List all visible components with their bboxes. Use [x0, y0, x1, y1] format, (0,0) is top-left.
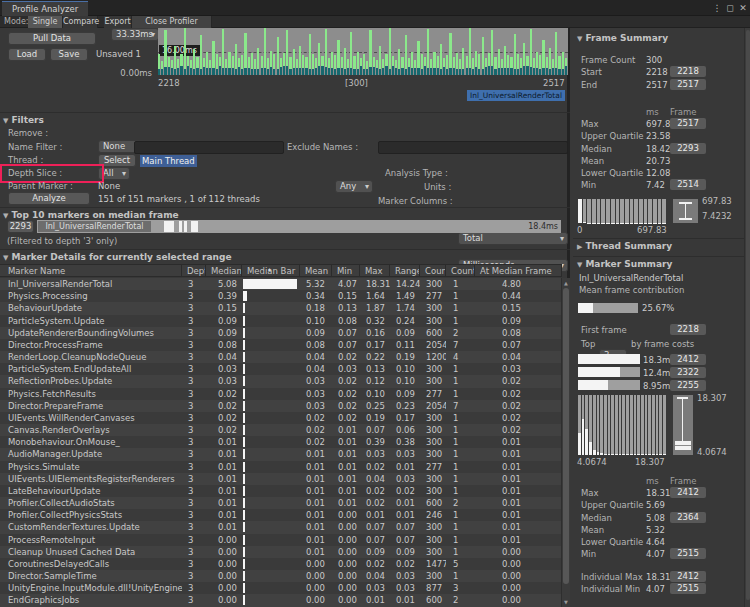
frame-jump-button[interactable]: 2517	[670, 118, 706, 129]
thread-summary-header[interactable]: ▶Thread Summary	[577, 241, 672, 251]
table-row[interactable]: CoroutinesDelayedCalls30.000.000.000.020…	[0, 558, 562, 570]
table-row[interactable]: RenderLoop.CleanupNodeQueue30.040.040.02…	[0, 351, 562, 363]
stat-row: Individual Min4.072515	[573, 583, 743, 595]
table-row[interactable]: ParticleSystem.EndUpdateAll30.030.040.03…	[0, 363, 562, 375]
load-button[interactable]: Load	[8, 48, 46, 61]
col-max[interactable]: Max	[360, 265, 390, 276]
table-row[interactable]: Profiler.CollectPhysicsStats30.010.010.0…	[0, 509, 562, 521]
table-row[interactable]: Director.PrepareFrame30.020.030.020.250.…	[0, 400, 562, 412]
col-median-bar[interactable]: ▴Median Bar	[242, 265, 300, 276]
table-row[interactable]: Cleanup Unused Cached Data30.000.010.000…	[0, 546, 562, 558]
window-close-icon[interactable]: ✕	[736, 0, 750, 16]
table-row[interactable]: ProcessRemoteInput30.000.010.000.070.073…	[0, 534, 562, 546]
analyze-button[interactable]: Analyze	[8, 192, 90, 205]
col-at-median-frame[interactable]: At Median Frame	[475, 265, 562, 276]
table-row[interactable]: Physics.Simulate30.010.010.010.020.01277…	[0, 461, 562, 473]
window-menu-icon[interactable]: ⋮	[710, 0, 724, 16]
right-panel-scrollbar[interactable]	[744, 28, 750, 607]
table-row[interactable]: UIEvents.WillRenderCanvases30.020.020.02…	[0, 412, 562, 424]
col-count-frame[interactable]: Count Frame	[446, 265, 475, 276]
top10-marker-segment[interactable]: Inl_UniversalRenderTotal	[38, 221, 151, 232]
first-frame-button[interactable]: 2218	[670, 324, 706, 335]
export-button[interactable]: Export	[104, 16, 132, 28]
mode-compare-button[interactable]: Compare	[63, 16, 98, 28]
col-min[interactable]: Min	[332, 265, 360, 276]
scroll-down-icon[interactable]: ▼	[562, 599, 570, 605]
top10-header[interactable]: ▼Top 10 markers on median frame	[3, 210, 179, 220]
table-row[interactable]: CustomRenderTextures.Update30.010.010.00…	[0, 521, 562, 533]
col-range[interactable]: Range	[390, 265, 420, 276]
window-maximize-icon[interactable]: ◻	[723, 0, 737, 16]
table-row[interactable]: Physics.Processing30.390.340.151.641.492…	[0, 290, 562, 302]
selected-marker-badge[interactable]: Inl_UniversalRenderTotal	[467, 90, 565, 101]
pull-data-button[interactable]: Pull Data	[8, 32, 96, 45]
cell: 0.04	[300, 351, 332, 363]
table-row[interactable]: EndGraphicsJobs30.000.000.000.010.016002…	[0, 594, 562, 606]
table-row[interactable]: Monobehaviour.OnMouse_30.010.020.010.390…	[0, 436, 562, 448]
frame-jump-button[interactable]: 2364	[670, 512, 706, 523]
table-row[interactable]: Director.SampleTime30.000.000.000.040.03…	[0, 570, 562, 582]
marker-summary-header[interactable]: ▼Marker Summary	[577, 259, 672, 269]
frame-jump-button[interactable]: 2515	[670, 548, 706, 559]
table-row[interactable]: Canvas.RenderOverlays30.020.020.010.070.…	[0, 424, 562, 436]
median-bar-cell	[242, 582, 300, 594]
table-row[interactable]: LateBehaviourUpdate30.010.010.010.020.02…	[0, 485, 562, 497]
table-row[interactable]: Inl_UniversalRenderTotal35.085.324.0718.…	[0, 278, 562, 290]
cell: 246	[420, 509, 446, 521]
table-row[interactable]: UnityEngine.InputModule.dll!UnityEngineI…	[0, 582, 562, 594]
top-frame-row: 12.4ms2322	[573, 367, 743, 380]
frame-jump-button[interactable]: 2412	[670, 487, 706, 498]
exclude-mode-dropdown[interactable]: Any	[335, 180, 373, 193]
table-row[interactable]: BehaviourUpdate30.150.180.131.871.743001…	[0, 302, 562, 314]
frame-time-chart[interactable]: 16.00ms	[158, 28, 568, 75]
analysis-type-dropdown[interactable]: Total	[458, 232, 568, 245]
chart-y-min-label: 0.00ms	[120, 68, 152, 78]
table-row[interactable]: Profiler.CollectAudioStats30.010.010.010…	[0, 497, 562, 509]
frame-jump-button[interactable]: 2517	[670, 79, 706, 90]
histogram-slot	[634, 199, 638, 223]
frame-band-bar	[161, 69, 163, 75]
col-depth[interactable]: Depth	[182, 265, 206, 276]
top10-marker-bar[interactable]: Inl_UniversalRenderTotal 18.4ms	[37, 220, 561, 233]
tab-profile-analyzer[interactable]: Profile Analyzer	[2, 1, 88, 16]
cell: 0.09	[300, 327, 332, 339]
mode-single-button[interactable]: Single	[28, 16, 63, 28]
exclude-names-input[interactable]	[378, 141, 568, 154]
frame-jump-button[interactable]: 2515	[670, 583, 706, 594]
thread-select-button[interactable]: Select	[98, 154, 136, 167]
frame-jump-button[interactable]: 2322	[670, 367, 706, 378]
top10-frame-button[interactable]: 2293	[7, 220, 34, 233]
table-row[interactable]: UpdateRendererBoundingVolumes30.090.090.…	[0, 327, 562, 339]
name-filter-mode-dropdown[interactable]: All	[98, 167, 130, 180]
frame-band-bar	[433, 68, 435, 75]
frame-jump-button[interactable]: 2412	[670, 571, 706, 582]
table-row[interactable]: Director.ProcessFrame30.080.080.070.170.…	[0, 339, 562, 351]
col-median[interactable]: Median	[206, 265, 242, 276]
frame-jump-button[interactable]: 2412	[670, 354, 706, 365]
table-row[interactable]: Physics.FetchResults30.020.030.020.100.0…	[0, 388, 562, 400]
frame-summary-header[interactable]: ▼Frame Summary	[577, 33, 668, 43]
filters-header[interactable]: ▼Filters	[3, 115, 44, 125]
col-mean[interactable]: Mean	[300, 265, 332, 276]
save-button[interactable]: Save	[50, 48, 88, 61]
table-row[interactable]: AudioManager.Update30.010.010.010.030.03…	[0, 448, 562, 460]
frame-jump-button[interactable]: 2255	[670, 380, 706, 391]
table-row[interactable]: ParticleSystem.Update30.090.100.080.320.…	[0, 315, 562, 327]
frame-scale-dropdown[interactable]: 33.33ms	[111, 28, 159, 41]
frame-jump-button[interactable]: 2218	[670, 66, 706, 77]
table-scrollbar[interactable]: ▲ ▼	[561, 278, 570, 607]
frame-jump-button[interactable]: 2514	[670, 179, 706, 190]
scroll-up-icon[interactable]: ▲	[562, 280, 570, 286]
table-scrollbar-thumb[interactable]	[563, 288, 569, 584]
name-filter-input[interactable]	[134, 141, 284, 154]
cell: 0.01	[390, 509, 420, 521]
col-marker-name[interactable]: Marker Name	[0, 265, 182, 276]
marker-details-header[interactable]: ▼Marker Details for currently selected r…	[3, 252, 232, 262]
close-profiler-window-button[interactable]: Close Profiler Window	[132, 16, 212, 28]
frame-jump-button[interactable]: 2293	[670, 143, 706, 154]
cell: Physics.Simulate	[0, 461, 182, 473]
right-scrollbar-thumb[interactable]	[746, 30, 750, 600]
table-row[interactable]: UIEvents.UIElementsRegisterRenderers30.0…	[0, 473, 562, 485]
col-count[interactable]: Count	[420, 265, 446, 276]
table-row[interactable]: ReflectionProbes.Update30.030.030.020.12…	[0, 375, 562, 387]
